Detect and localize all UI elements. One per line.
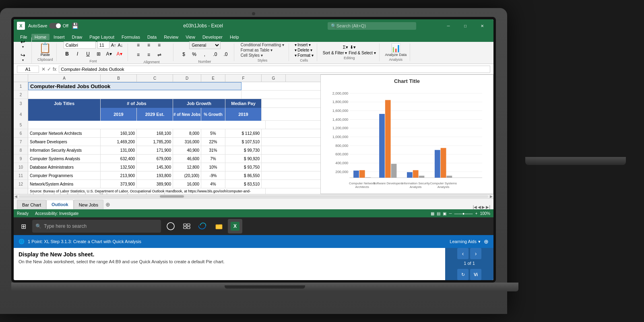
view-page-layout-icon[interactable]: ▤ (437, 211, 440, 216)
menu-view[interactable]: View (182, 34, 198, 40)
tab-bar-chart[interactable]: Bar Chart (17, 200, 46, 209)
cell-2019-9[interactable]: 632,400 (101, 155, 137, 163)
menu-formulas[interactable]: Formulas (118, 34, 143, 40)
close-button[interactable]: ✕ (474, 22, 490, 30)
scrollbar-thumb[interactable] (160, 195, 184, 198)
cell-job-6[interactable]: Computer Network Architects (28, 129, 101, 137)
align-top-right-button[interactable]: ≡ (155, 41, 164, 50)
insert-cells-button[interactable]: ▾ Insert ▾ (295, 43, 314, 47)
menu-page-layout[interactable]: Page Layout (86, 34, 118, 40)
cell-job-10[interactable]: Database Administrators (28, 163, 101, 171)
col-header-d[interactable]: D (173, 74, 201, 82)
taskbar-cortana-icon[interactable] (163, 219, 178, 233)
cell-2029-7[interactable]: 1,785,200 (137, 138, 173, 146)
subheader-cell-pct[interactable]: % Growth (201, 108, 225, 121)
cell-pay-12[interactable]: $ 83,510 (225, 180, 262, 188)
cell-2029-12[interactable]: 389,900 (137, 180, 173, 188)
menu-data[interactable]: Data (144, 34, 160, 40)
cell-pay-11[interactable]: $ 86,550 (225, 171, 262, 180)
maximize-button[interactable]: □ (457, 22, 473, 30)
percent-button[interactable]: % (190, 50, 199, 59)
analyze-data-icon[interactable]: 📊 (391, 43, 401, 53)
italic-button[interactable]: I (73, 50, 83, 58)
cell-reference-box[interactable] (17, 66, 39, 73)
cell-pct-9[interactable]: 7% (201, 155, 225, 163)
insert-function-icon[interactable]: fx (53, 66, 56, 72)
tab-new-jobs[interactable]: New Jobs (74, 200, 103, 209)
fill-color-button[interactable]: A▾ (104, 50, 114, 58)
undo-button[interactable]: ↩ ▾ (17, 37, 29, 50)
header-cell-job-titles[interactable]: Job Titles (28, 99, 101, 108)
cell-2019-7[interactable]: 1,469,200 (101, 138, 137, 146)
zoom-slider[interactable]: ——●—— (454, 211, 473, 216)
col-header-b[interactable]: B (101, 74, 137, 82)
header-cell-pay[interactable]: Median Pay (225, 99, 262, 108)
confirm-formula-icon[interactable]: ✓ (47, 66, 51, 72)
cell-pct-11[interactable]: -9% (201, 171, 225, 180)
underline-button[interactable]: U (83, 50, 93, 58)
align-top-left-button[interactable]: ≡ (134, 41, 143, 50)
cell-2029-8[interactable]: 171,900 (137, 146, 173, 154)
cell-pay-6[interactable]: $ 112,690 (225, 129, 262, 137)
cell-2029-9[interactable]: 679,000 (137, 155, 173, 163)
refresh-instruction-button[interactable]: ↻ (457, 269, 469, 280)
cell-2029-11[interactable]: 193,800 (137, 171, 173, 180)
header-cell-jobs[interactable]: # of Jobs (101, 99, 173, 108)
next-instruction-button[interactable]: › (470, 248, 481, 259)
subheader-cell-medpay[interactable]: 2019 (225, 108, 262, 121)
save-icon[interactable]: 💾 (72, 23, 78, 29)
comma-button[interactable]: , (200, 50, 210, 59)
cell-job-7[interactable]: Software Developers (28, 138, 101, 146)
cell-new-7[interactable]: 316,000 (173, 138, 201, 146)
bold-button[interactable]: B (62, 50, 72, 58)
taskbar-explorer-icon[interactable] (212, 219, 226, 233)
sort-filter-button[interactable]: Sort & Filter ▾ (323, 51, 347, 55)
cell-2019-6[interactable]: 160,100 (101, 129, 137, 137)
cell-job-11[interactable]: Computer Programmers (28, 171, 101, 180)
title-search-input[interactable] (336, 23, 413, 28)
taskbar-excel-icon[interactable]: X (228, 219, 242, 233)
cell-new-12[interactable]: 16,000 (173, 180, 201, 188)
col-header-c[interactable]: C (137, 74, 173, 82)
menu-help[interactable]: Help (227, 34, 242, 40)
menu-insert[interactable]: Insert (50, 34, 68, 40)
increase-font-icon[interactable]: A↑ (111, 43, 116, 47)
find-select-button[interactable]: Find & Select ▾ (349, 51, 376, 55)
cell-new-9[interactable]: 46,600 (173, 155, 201, 163)
border-button[interactable]: ⊞ (94, 50, 103, 58)
fill-button[interactable]: ⬇▾ (350, 45, 356, 50)
view-instruction-button[interactable]: Vi (470, 269, 481, 280)
autosum-button[interactable]: Σ▾ (343, 45, 348, 50)
menu-review[interactable]: Review (161, 34, 182, 40)
view-normal-icon[interactable]: ▦ (431, 211, 434, 216)
cell-job-12[interactable]: Network/System Admins (28, 180, 101, 188)
title-search-bar[interactable]: 🔍 (328, 22, 416, 30)
redo-button[interactable]: ↪ ▾ (17, 51, 29, 63)
cell-pct-8[interactable]: 31% (201, 146, 225, 154)
next-sheet-button[interactable]: ▶ (482, 205, 485, 209)
menu-developer[interactable]: Developer (199, 34, 226, 40)
cell-2019-10[interactable]: 132,500 (101, 163, 137, 171)
menu-draw[interactable]: Draw (69, 34, 86, 40)
format-table-button[interactable]: Format as Table ▾ (241, 48, 284, 52)
last-sheet-button[interactable]: ▶| (486, 205, 490, 209)
menu-home[interactable]: Home (31, 34, 50, 40)
blank-row-5[interactable] (28, 121, 266, 129)
cell-2029-10[interactable]: 145,300 (137, 163, 173, 171)
cell-pct-6[interactable]: 5% (201, 129, 225, 137)
learning-bar-expand-icon[interactable]: ⊕ (484, 238, 489, 245)
title-cell-a1[interactable]: Computer-Related Jobs Outlook (28, 82, 242, 90)
subheader-cell-newjobs[interactable]: # of New Jobs (173, 108, 201, 121)
blank-cell-a2[interactable] (28, 91, 242, 99)
view-page-break-icon[interactable]: ▣ (443, 211, 446, 216)
cancel-formula-icon[interactable]: ✕ (41, 66, 45, 72)
cell-pay-10[interactable]: $ 93,750 (225, 163, 262, 171)
zoom-increase-icon[interactable]: + (475, 211, 478, 216)
prev-instruction-button[interactable]: ‹ (457, 248, 469, 259)
col-header-a[interactable]: A (28, 74, 101, 82)
first-sheet-button[interactable]: |◀ (473, 205, 477, 209)
taskbar-task-view-icon[interactable] (180, 219, 194, 233)
delete-cells-button[interactable]: ▾ Delete ▾ (295, 48, 314, 52)
add-sheet-button[interactable]: ⊕ (103, 200, 112, 209)
cell-new-10[interactable]: 12,800 (173, 163, 201, 171)
